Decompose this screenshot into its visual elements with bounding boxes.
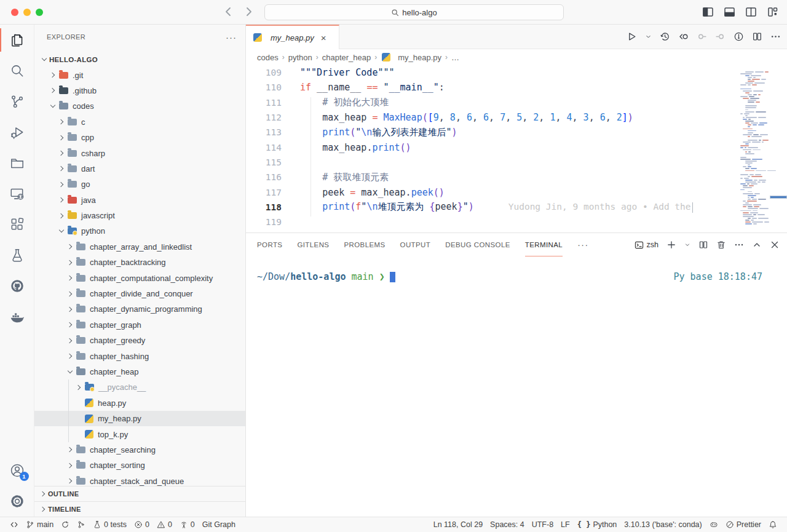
minimap[interactable] bbox=[738, 69, 776, 225]
git-graph-button[interactable]: Git Graph bbox=[199, 520, 239, 529]
remote-indicator[interactable] bbox=[6, 520, 22, 529]
tree-item-c[interactable]: c bbox=[34, 114, 245, 130]
tree-item-heap-py[interactable]: heap.py bbox=[34, 395, 245, 411]
next-change-icon[interactable] bbox=[715, 31, 726, 42]
panel-tab-ports[interactable]: PORTS bbox=[257, 233, 282, 256]
tree-item--pycache-[interactable]: __pycache__ bbox=[34, 379, 245, 395]
tree-item-chapter-sorting[interactable]: chapter_sorting bbox=[34, 458, 245, 473]
terminal-shell-selector[interactable]: zsh bbox=[635, 240, 658, 250]
notifications-bell-icon[interactable] bbox=[765, 520, 781, 529]
panel-tabs-more-icon[interactable]: ··· bbox=[577, 240, 589, 250]
close-panel-icon[interactable] bbox=[770, 240, 780, 250]
close-window-button[interactable] bbox=[11, 9, 18, 16]
panel-tab-gitlens[interactable]: GITLENS bbox=[297, 233, 329, 256]
run-python-file-button[interactable] bbox=[627, 31, 637, 42]
section-outline[interactable]: OUTLINE bbox=[34, 486, 245, 501]
split-editor-icon[interactable] bbox=[752, 31, 762, 42]
previous-change-icon[interactable] bbox=[697, 31, 707, 42]
tree-item-chapter-graph[interactable]: chapter_graph bbox=[34, 317, 245, 333]
git-branch[interactable]: main bbox=[22, 520, 57, 529]
more-actions-icon[interactable] bbox=[770, 31, 781, 42]
minimize-window-button[interactable] bbox=[23, 9, 31, 16]
breadcrumb--[interactable]: … bbox=[451, 53, 459, 62]
copilot-icon[interactable] bbox=[706, 520, 722, 529]
activity-item-project-manager[interactable] bbox=[0, 148, 34, 178]
activity-item-remote-explorer[interactable] bbox=[0, 178, 34, 209]
tree-item-top-k-py[interactable]: top_k.py bbox=[34, 426, 245, 442]
activity-item-accounts[interactable]: 1 bbox=[0, 455, 34, 486]
tree-item-chapter-greedy[interactable]: chapter_greedy bbox=[34, 333, 245, 348]
tree-item--github[interactable]: .github bbox=[34, 83, 245, 98]
breadcrumb-codes[interactable]: codes bbox=[257, 53, 279, 62]
breadcrumb-my-heap-py[interactable]: my_heap.py bbox=[381, 53, 441, 62]
activity-item-search[interactable] bbox=[0, 55, 34, 86]
tree-item-chapter-stack-and-queue[interactable]: chapter_stack_and_queue bbox=[34, 474, 245, 487]
breadcrumb-python[interactable]: python bbox=[288, 53, 312, 62]
tree-item-chapter-hashing[interactable]: chapter_hashing bbox=[34, 348, 245, 363]
tree-item-cpp[interactable]: cpp bbox=[34, 130, 245, 145]
breadcrumb-chapter-heap[interactable]: chapter_heap bbox=[322, 53, 371, 62]
new-terminal-icon[interactable] bbox=[666, 240, 676, 250]
terminal-content[interactable]: ~/Dow/hello-algo main ❯ Py base 18:18:47 bbox=[246, 256, 787, 517]
zoom-window-button[interactable] bbox=[36, 9, 43, 16]
tree-item-chapter-dynamic-programming[interactable]: chapter_dynamic_programming bbox=[34, 301, 245, 317]
panel-tab-terminal[interactable]: TERMINAL bbox=[525, 233, 563, 256]
activity-item-docker[interactable] bbox=[0, 301, 34, 332]
activity-item-explorer[interactable] bbox=[0, 25, 34, 55]
toggle-primary-sidebar-icon[interactable] bbox=[702, 6, 714, 18]
git-graph-icon[interactable] bbox=[73, 520, 89, 529]
open-changes-icon[interactable] bbox=[678, 31, 689, 42]
panel-tab-problems[interactable]: PROBLEMS bbox=[344, 233, 385, 256]
tree-item-chapter-heap[interactable]: chapter_heap bbox=[34, 364, 245, 379]
explorer-more-actions-icon[interactable]: ··· bbox=[226, 32, 237, 42]
commit-graph-icon[interactable] bbox=[734, 31, 744, 42]
sync-changes-icon[interactable] bbox=[57, 520, 73, 529]
maximize-panel-icon[interactable] bbox=[752, 240, 762, 250]
warnings-count[interactable]: 0 bbox=[153, 520, 176, 529]
python-interpreter[interactable]: 3.10.13 ('base': conda) bbox=[620, 520, 705, 529]
tree-item--git[interactable]: .git bbox=[34, 67, 245, 82]
section-timeline[interactable]: TIMELINE bbox=[34, 501, 245, 517]
toggle-panel-icon[interactable] bbox=[724, 6, 735, 18]
tree-item-chapter-backtracking[interactable]: chapter_backtracking bbox=[34, 255, 245, 270]
language-mode[interactable]: { }Python bbox=[574, 520, 621, 529]
customize-layout-icon[interactable] bbox=[767, 6, 778, 18]
tree-item-javascript[interactable]: javascript bbox=[34, 208, 245, 223]
indentation[interactable]: Spaces: 4 bbox=[486, 520, 528, 529]
close-tab-icon[interactable]: × bbox=[321, 33, 326, 42]
activity-item-settings[interactable] bbox=[0, 486, 34, 517]
command-center-search[interactable]: hello-algo bbox=[264, 4, 564, 20]
split-terminal-icon[interactable] bbox=[698, 240, 708, 250]
toggle-secondary-sidebar-icon[interactable] bbox=[745, 6, 757, 18]
tree-item-hello-algo[interactable]: HELLO-ALGO bbox=[34, 52, 245, 67]
activity-item-source-control[interactable] bbox=[0, 86, 34, 117]
encoding[interactable]: UTF-8 bbox=[528, 520, 557, 529]
tree-item-my-heap-py[interactable]: my_heap.py bbox=[34, 411, 245, 426]
eol[interactable]: LF bbox=[557, 520, 574, 529]
window-controls[interactable] bbox=[11, 9, 43, 16]
go-back-icon[interactable] bbox=[223, 6, 235, 18]
tree-item-chapter-searching[interactable]: chapter_searching bbox=[34, 442, 245, 458]
activity-item-run-and-debug[interactable] bbox=[0, 117, 34, 148]
panel-more-actions-icon[interactable] bbox=[734, 240, 744, 250]
tree-item-chapter-divide-and-conquer[interactable]: chapter_divide_and_conquer bbox=[34, 286, 245, 301]
activity-item-testing[interactable] bbox=[0, 240, 34, 271]
tree-item-go[interactable]: go bbox=[34, 177, 245, 192]
tree-item-chapter-computational-complexity[interactable]: chapter_computational_complexity bbox=[34, 270, 245, 285]
tree-item-codes[interactable]: codes bbox=[34, 98, 245, 114]
tests-status[interactable]: 0 tests bbox=[89, 520, 130, 529]
run-dropdown-icon[interactable] bbox=[645, 31, 652, 42]
panel-tab-output[interactable]: OUTPUT bbox=[400, 233, 431, 256]
cursor-position[interactable]: Ln 118, Col 29 bbox=[430, 520, 486, 529]
tree-item-dart[interactable]: dart bbox=[34, 161, 245, 177]
tree-item-python[interactable]: python bbox=[34, 223, 245, 239]
code-editor[interactable]: 109"""Driver Code"""110if __name__ == "_… bbox=[246, 65, 787, 232]
tree-item-java[interactable]: java bbox=[34, 193, 245, 208]
terminal-dropdown-icon[interactable] bbox=[684, 240, 690, 250]
activity-item-extensions[interactable] bbox=[0, 209, 34, 240]
prettier-status[interactable]: Prettier bbox=[722, 520, 765, 529]
kill-terminal-icon[interactable] bbox=[716, 240, 726, 250]
panel-tab-debug-console[interactable]: DEBUG CONSOLE bbox=[445, 233, 510, 256]
activity-item-github[interactable] bbox=[0, 271, 34, 301]
errors-count[interactable]: 0 bbox=[130, 520, 153, 529]
